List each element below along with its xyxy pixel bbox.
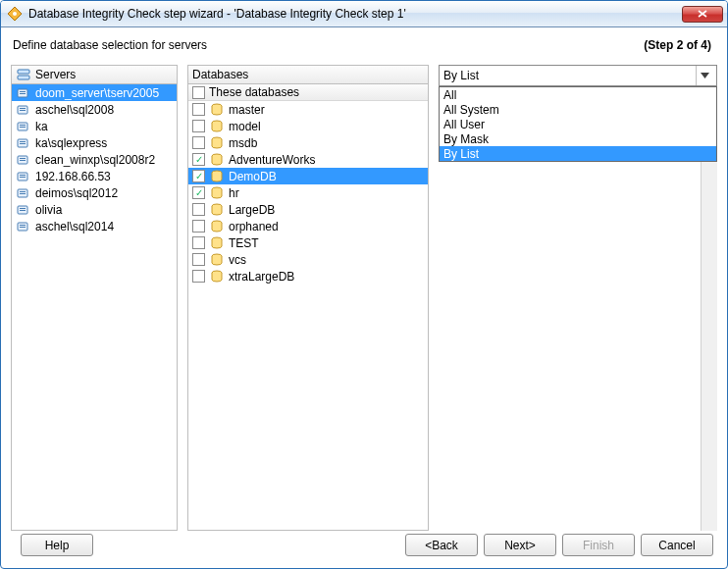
server-item[interactable]: aschel\sql2008 (12, 101, 177, 118)
database-item[interactable]: DemoDB (188, 168, 428, 184)
database-label: master (229, 103, 265, 117)
servers-list[interactable]: doom_server\tserv2005aschel\sql2008kaka\… (11, 84, 178, 531)
database-label: model (229, 120, 261, 133)
combo-option[interactable]: By Mask (440, 131, 716, 146)
svg-rect-18 (20, 160, 26, 161)
svg-marker-42 (701, 73, 709, 78)
database-item[interactable]: TEST (188, 234, 428, 251)
server-item[interactable]: 192.168.66.53 (12, 168, 177, 184)
database-icon (209, 269, 225, 284)
svg-rect-8 (20, 108, 26, 109)
server-icon (16, 102, 31, 118)
database-item[interactable]: LargeDB (188, 201, 428, 218)
server-icon (16, 219, 31, 234)
finish-button: Finish (562, 534, 635, 556)
database-icon (209, 152, 225, 168)
server-item[interactable]: clean_winxp\sql2008r2 (12, 151, 177, 168)
database-checkbox[interactable] (192, 236, 205, 249)
combo-option[interactable]: All (440, 87, 716, 102)
window-close-button[interactable] (682, 6, 723, 23)
databases-subheader[interactable]: These databases (188, 84, 428, 101)
database-checkbox[interactable] (192, 186, 205, 199)
database-item[interactable]: AdventureWorks (188, 151, 428, 168)
database-checkbox[interactable] (192, 120, 205, 132)
database-label: msdb (229, 136, 257, 150)
selection-combo-box[interactable]: By List (439, 65, 717, 86)
database-icon (209, 185, 225, 201)
databases-list[interactable]: These databasesmastermodelmsdbAdventureW… (187, 84, 429, 531)
svg-rect-12 (20, 127, 26, 128)
combo-option[interactable]: All User (440, 117, 716, 131)
database-icon (209, 102, 225, 118)
svg-rect-5 (20, 91, 26, 92)
chevron-down-icon[interactable] (696, 66, 712, 85)
server-item[interactable]: ka (12, 118, 177, 134)
server-item[interactable]: olivia (12, 201, 177, 218)
svg-point-1 (13, 12, 17, 16)
help-button[interactable]: Help (21, 534, 93, 556)
database-checkbox[interactable] (192, 153, 205, 166)
back-button[interactable]: <Back (405, 534, 478, 556)
database-icon (209, 169, 225, 184)
servers-header: Servers (11, 65, 178, 84)
svg-rect-24 (20, 193, 26, 194)
database-label: LargeDB (229, 203, 275, 217)
server-item[interactable]: aschel\sql2014 (12, 218, 177, 234)
svg-rect-3 (18, 76, 29, 79)
server-group-icon (16, 67, 31, 82)
cancel-button[interactable]: Cancel (641, 534, 713, 556)
database-icon (209, 252, 225, 268)
server-item[interactable]: ka\sqlexpress (12, 134, 177, 151)
svg-rect-29 (20, 225, 26, 226)
database-item[interactable]: hr (188, 184, 428, 201)
database-label: AdventureWorks (229, 153, 315, 167)
server-item[interactable]: doom_server\tserv2005 (12, 84, 177, 101)
database-item[interactable]: orphaned (188, 218, 428, 234)
selection-combo-value: By List (443, 69, 479, 82)
server-label: 192.168.66.53 (35, 170, 111, 183)
databases-panel: Databases These databasesmastermodelmsdb… (187, 65, 429, 528)
database-icon (209, 202, 225, 218)
database-item[interactable]: master (188, 101, 428, 118)
combo-option[interactable]: All System (440, 102, 716, 117)
select-all-checkbox[interactable] (192, 86, 205, 99)
database-checkbox[interactable] (192, 170, 205, 182)
database-item[interactable]: vcs (188, 251, 428, 268)
selection-mode-panel: By List AllAll SystemAll UserBy MaskBy L… (439, 65, 717, 528)
app-icon (7, 6, 23, 22)
server-label: doom_server\tserv2005 (35, 86, 159, 100)
database-item[interactable]: msdb (188, 134, 428, 151)
server-icon (16, 85, 31, 101)
server-icon (16, 185, 31, 201)
server-item[interactable]: deimos\sql2012 (12, 184, 177, 201)
svg-rect-2 (18, 70, 29, 74)
database-checkbox[interactable] (192, 103, 205, 116)
titlebar: Database Integrity Check step wizard - '… (1, 1, 727, 27)
database-label: hr (229, 186, 239, 200)
selection-combo-dropdown[interactable]: AllAll SystemAll UserBy MaskBy List (439, 86, 717, 162)
svg-rect-14 (20, 141, 26, 142)
database-item[interactable]: model (188, 118, 428, 134)
database-icon (209, 235, 225, 251)
svg-rect-26 (20, 208, 26, 209)
database-checkbox[interactable] (192, 220, 205, 233)
database-label: xtraLargeDB (229, 270, 294, 284)
database-label: vcs (229, 253, 246, 267)
server-icon (16, 135, 31, 151)
server-icon (16, 152, 31, 168)
database-checkbox[interactable] (192, 136, 205, 149)
servers-header-label: Servers (35, 68, 76, 81)
database-checkbox[interactable] (192, 253, 205, 266)
server-label: clean_winxp\sql2008r2 (35, 153, 155, 167)
next-button[interactable]: Next> (484, 534, 556, 556)
combo-option[interactable]: By List (440, 146, 716, 161)
database-checkbox[interactable] (192, 270, 205, 283)
database-item[interactable]: xtraLargeDB (188, 268, 428, 284)
selection-mode-combo[interactable]: By List AllAll SystemAll UserBy MaskBy L… (439, 65, 717, 86)
server-icon (16, 202, 31, 218)
database-checkbox[interactable] (192, 203, 205, 216)
svg-rect-23 (20, 191, 26, 192)
server-label: ka (35, 120, 48, 133)
database-label: DemoDB (229, 170, 277, 183)
main-area: Servers doom_server\tserv2005aschel\sql2… (1, 57, 727, 528)
